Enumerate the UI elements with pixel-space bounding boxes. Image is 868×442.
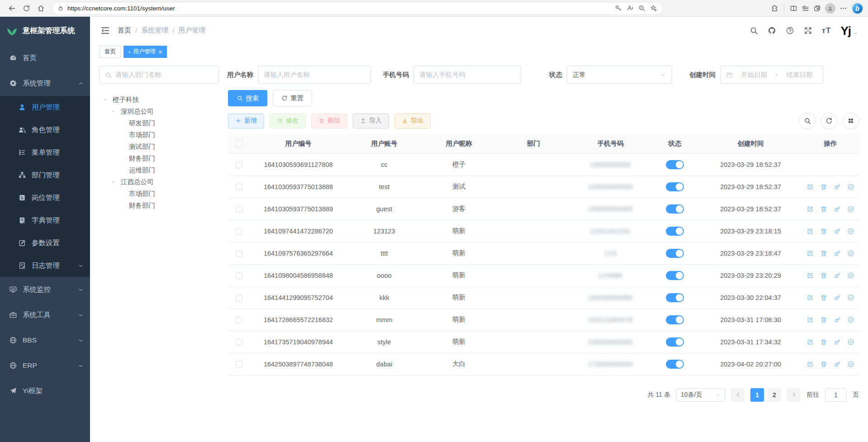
prev-page-button[interactable]: [731, 388, 745, 402]
reset-button[interactable]: 重置: [273, 90, 312, 106]
sidebar-item[interactable]: 系统监控: [0, 277, 90, 302]
row-checkbox[interactable]: [236, 250, 242, 257]
url-text[interactable]: https://ccnetcore.com:1101/system/user: [67, 5, 175, 12]
sidebar-item[interactable]: 日志管理: [0, 254, 90, 277]
trash-icon[interactable]: [820, 205, 827, 213]
password-key-icon[interactable]: [615, 5, 622, 12]
row-checkbox[interactable]: [236, 361, 242, 368]
reset-password-key-icon[interactable]: [834, 183, 841, 190]
status-toggle[interactable]: [666, 182, 684, 191]
sidebar-item[interactable]: 角色管理: [0, 119, 90, 141]
table-search-toggle-button[interactable]: [799, 113, 816, 129]
status-toggle[interactable]: [666, 337, 684, 347]
modify-button[interactable]: 修改: [270, 114, 306, 128]
reset-password-key-icon[interactable]: [834, 338, 841, 346]
status-toggle[interactable]: [666, 271, 684, 280]
sidebar-item[interactable]: 系统工具: [0, 302, 90, 328]
tree-caret-icon[interactable]: [103, 97, 111, 102]
export-button[interactable]: 导出: [394, 114, 431, 128]
browser-refresh-button[interactable]: [19, 1, 33, 15]
add-favorite-icon[interactable]: [650, 5, 657, 12]
collections-icon[interactable]: [813, 5, 821, 12]
app-logo[interactable]: 意框架管理系统: [0, 17, 90, 44]
reset-password-key-icon[interactable]: [834, 294, 841, 301]
row-checkbox[interactable]: [236, 339, 242, 346]
table-refresh-button[interactable]: [821, 113, 837, 129]
github-icon[interactable]: [768, 26, 776, 35]
edit-icon[interactable]: [806, 205, 814, 213]
breadcrumb-item[interactable]: 系统管理: [141, 26, 168, 35]
row-checkbox[interactable]: [236, 272, 242, 279]
user-menu[interactable]: Yj: [840, 25, 858, 37]
assign-role-check-icon[interactable]: [847, 205, 854, 213]
tree-caret-icon[interactable]: [111, 109, 119, 114]
add-button[interactable]: 新增: [228, 114, 264, 128]
address-bar[interactable]: https://ccnetcore.com:1101/system/user: [52, 2, 663, 15]
page-tab[interactable]: ● 用户管理 ×: [123, 46, 167, 58]
page-number-button[interactable]: 2: [768, 388, 781, 402]
status-toggle[interactable]: [666, 315, 684, 324]
sidebar-item[interactable]: 字典管理: [0, 209, 90, 232]
tree-node[interactable]: 财务部门: [99, 200, 219, 211]
trash-icon[interactable]: [820, 250, 827, 257]
sidebar-item[interactable]: 菜单管理: [0, 141, 90, 164]
row-checkbox[interactable]: [236, 295, 242, 301]
help-icon[interactable]: [786, 26, 794, 35]
trash-icon[interactable]: [820, 361, 827, 368]
split-screen-icon[interactable]: [790, 5, 797, 12]
reset-password-key-icon[interactable]: [834, 316, 841, 323]
breadcrumb-item[interactable]: 首页: [118, 26, 131, 35]
tree-node[interactable]: 市场部门: [99, 129, 219, 141]
tree-node[interactable]: 市场部门: [99, 188, 219, 200]
browser-menu-icon[interactable]: [840, 5, 847, 12]
breadcrumb-item[interactable]: 用户管理: [178, 26, 205, 35]
sidebar-item[interactable]: 用户管理: [0, 96, 90, 119]
tree-node[interactable]: 深圳总公司: [99, 105, 219, 117]
tree-node[interactable]: 研发部门: [99, 117, 219, 129]
delete-button[interactable]: 删除: [311, 114, 347, 128]
sidebar-item[interactable]: BBS: [0, 328, 90, 353]
trash-icon[interactable]: [820, 272, 827, 279]
favorites-icon[interactable]: [802, 5, 809, 12]
next-page-button[interactable]: [787, 388, 801, 402]
sidebar-item[interactable]: Yi框架: [0, 378, 90, 404]
page-tab[interactable]: 首页: [100, 46, 121, 58]
browser-home-button[interactable]: [33, 1, 48, 15]
assign-role-check-icon[interactable]: [847, 272, 854, 279]
sidebar-item[interactable]: 首页: [0, 45, 90, 71]
tree-node[interactable]: 财务部门: [99, 152, 219, 164]
username-field[interactable]: [258, 66, 371, 84]
sidebar-item[interactable]: 部门管理: [0, 164, 90, 186]
reset-password-key-icon[interactable]: [834, 228, 841, 235]
edit-icon[interactable]: [806, 183, 814, 190]
tree-node[interactable]: 橙子科技: [99, 94, 219, 105]
sidebar-item[interactable]: 岗位管理: [0, 186, 90, 209]
phone-input[interactable]: [419, 71, 515, 78]
select-all-checkbox[interactable]: [236, 141, 242, 147]
font-size-icon[interactable]: тT: [822, 26, 831, 35]
page-number-button[interactable]: 1: [750, 388, 764, 402]
dept-search-input[interactable]: [115, 71, 213, 78]
reset-password-key-icon[interactable]: [834, 272, 841, 279]
reset-password-key-icon[interactable]: [834, 205, 841, 213]
search-button[interactable]: 搜索: [228, 90, 267, 106]
edit-icon[interactable]: [806, 250, 814, 257]
assign-role-check-icon[interactable]: [847, 361, 854, 368]
assign-role-check-icon[interactable]: [847, 250, 854, 257]
row-checkbox[interactable]: [236, 206, 242, 213]
row-checkbox[interactable]: [236, 228, 242, 235]
trash-icon[interactable]: [820, 316, 827, 323]
row-checkbox[interactable]: [236, 162, 242, 168]
assign-role-check-icon[interactable]: [847, 338, 854, 346]
phone-field[interactable]: [413, 66, 521, 84]
status-select[interactable]: 正常: [567, 66, 672, 84]
sidebar-item[interactable]: ERP: [0, 353, 90, 378]
browser-profile-avatar[interactable]: [825, 3, 835, 14]
edit-icon[interactable]: [806, 228, 814, 235]
status-toggle[interactable]: [666, 360, 684, 369]
bing-chat-icon[interactable]: b: [851, 2, 863, 14]
tree-node[interactable]: 江西总公司: [99, 176, 219, 188]
edit-icon[interactable]: [806, 272, 814, 279]
row-checkbox[interactable]: [236, 317, 242, 323]
status-toggle[interactable]: [666, 204, 684, 214]
